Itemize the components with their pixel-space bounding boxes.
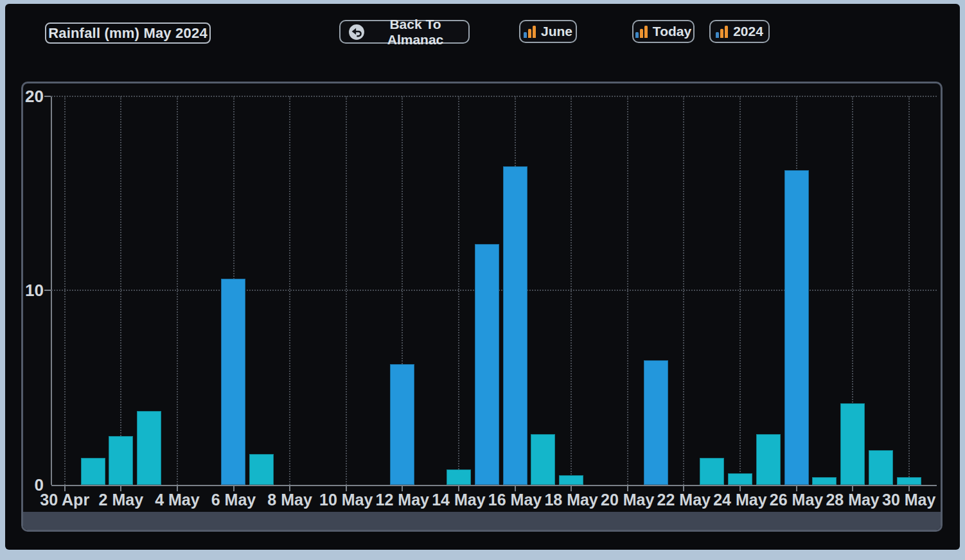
rainfall-bar-15-may[interactable] (475, 244, 499, 485)
rainfall-bar-18-may[interactable] (559, 475, 583, 485)
rainfall-bar-1-may[interactable] (81, 458, 105, 485)
rainfall-bar-25-may[interactable] (756, 434, 781, 485)
rainfall-bar-14-may[interactable] (447, 469, 471, 485)
chart-title-badge: Rainfall (mm) May 2024 (45, 22, 211, 44)
back-button-label: Back To Almanac (370, 17, 461, 48)
page: { "header": { "title": "Rainfall (mm) Ma… (0, 0, 965, 560)
chart-scrollbar-track[interactable] (23, 512, 941, 530)
bar-chart-icon (524, 26, 536, 38)
vertical-gridline (120, 96, 121, 485)
rainfall-bar-12-may[interactable] (390, 364, 414, 485)
rainfall-bar-28-may[interactable] (840, 403, 865, 485)
rainfall-bar-23-may[interactable] (700, 458, 724, 485)
today-button-label: Today (653, 24, 691, 39)
rainfall-bar-24-may[interactable] (728, 473, 752, 485)
vertical-gridline (458, 96, 459, 485)
back-arrow-icon (348, 24, 365, 40)
rainfall-bar-17-may[interactable] (531, 434, 555, 485)
vertical-gridline (739, 96, 741, 485)
plot-area: 0102030 Apr2 May4 May6 May8 May10 May12 … (23, 83, 941, 530)
horizontal-gridline (51, 96, 937, 97)
rainfall-bar-6-may[interactable] (221, 279, 245, 485)
rainfall-bar-29-may[interactable] (869, 450, 893, 485)
rainfall-bar-3-may[interactable] (137, 411, 161, 485)
y-axis-tick (44, 290, 51, 291)
bar-chart-icon (635, 26, 648, 38)
rainfall-bar-2-may[interactable] (109, 436, 133, 485)
vertical-gridline (627, 96, 628, 485)
chart-container: 0102030 Apr2 May4 May6 May8 May10 May12 … (21, 82, 943, 532)
bar-chart-icon (716, 26, 728, 38)
back-to-almanac-button[interactable]: Back To Almanac (339, 20, 470, 44)
x-axis-line (51, 485, 937, 486)
today-button[interactable]: Today (632, 20, 695, 43)
rainfall-bar-27-may[interactable] (812, 477, 837, 485)
next-month-button[interactable]: June (519, 20, 577, 43)
vertical-gridline (571, 96, 572, 485)
year-button[interactable]: 2024 (709, 20, 770, 43)
y-axis-tick (44, 96, 51, 97)
vertical-gridline (346, 96, 347, 485)
y-axis-label: 10 (22, 281, 44, 300)
vertical-gridline (177, 96, 178, 485)
rainfall-bar-26-may[interactable] (784, 170, 809, 485)
x-tick-label: 30 May (871, 491, 948, 508)
rainfall-bar-21-may[interactable] (644, 360, 668, 485)
app-panel: Rainfall (mm) May 2024 Back To Almanac J… (5, 4, 960, 550)
rainfall-bar-16-may[interactable] (503, 166, 527, 485)
chart-title-text: Rainfall (mm) May 2024 (48, 25, 208, 42)
vertical-gridline (289, 96, 290, 485)
vertical-gridline (683, 96, 684, 485)
year-button-label: 2024 (733, 24, 763, 39)
next-month-label: June (541, 24, 572, 39)
vertical-gridline (908, 96, 910, 485)
rainfall-bar-7-may[interactable] (249, 454, 274, 485)
rainfall-bar-30-may[interactable] (897, 477, 921, 485)
y-axis-label: 20 (22, 87, 44, 106)
vertical-gridline (64, 96, 66, 485)
